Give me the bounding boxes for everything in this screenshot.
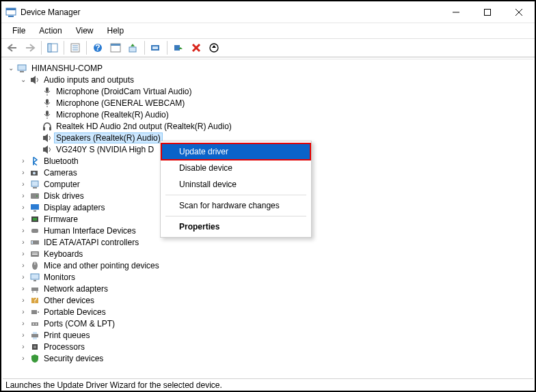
category-item[interactable]: ›IDE ATA/ATAPI controllers bbox=[4, 236, 532, 248]
svg-rect-1 bbox=[6, 8, 16, 10]
category-icon bbox=[29, 260, 40, 271]
action-list-button[interactable] bbox=[107, 40, 124, 56]
expand-icon[interactable]: › bbox=[19, 354, 27, 362]
minimize-button[interactable] bbox=[440, 2, 472, 23]
expand-icon[interactable]: › bbox=[19, 204, 27, 211]
svg-point-63 bbox=[36, 323, 37, 324]
expand-icon[interactable]: › bbox=[19, 250, 27, 257]
context-update-driver[interactable]: Update driver bbox=[161, 143, 310, 160]
category-item[interactable]: ›Processors bbox=[4, 341, 532, 352]
category-label: Mice and other pointing devices bbox=[42, 261, 161, 270]
category-icon bbox=[29, 353, 40, 364]
category-icon bbox=[29, 167, 40, 178]
add-legacy-hardware-button[interactable] bbox=[206, 40, 222, 56]
category-label: Firmware bbox=[42, 214, 79, 224]
device-icon bbox=[42, 109, 53, 120]
update-driver-button[interactable] bbox=[125, 40, 142, 56]
expand-icon[interactable]: › bbox=[19, 180, 27, 188]
category-label: IDE ATA/ATAPI controllers bbox=[42, 238, 140, 247]
category-label: Cameras bbox=[42, 168, 79, 178]
expand-icon[interactable]: › bbox=[19, 169, 27, 176]
toolbar-separator bbox=[167, 41, 168, 55]
expand-icon[interactable]: › bbox=[19, 331, 27, 339]
svg-rect-38 bbox=[31, 193, 39, 199]
menu-help[interactable]: Help bbox=[102, 25, 130, 37]
toolbar-separator bbox=[86, 41, 87, 55]
svg-rect-65 bbox=[33, 332, 37, 334]
category-icon bbox=[29, 156, 40, 167]
menu-file[interactable]: File bbox=[7, 25, 31, 37]
menu-view[interactable]: View bbox=[70, 25, 99, 37]
context-disable-device[interactable]: Disable device bbox=[161, 160, 310, 176]
context-uninstall-device[interactable]: Uninstall device bbox=[161, 176, 310, 193]
collapse-icon[interactable]: ⌄ bbox=[19, 76, 27, 83]
collapse-icon[interactable]: ⌄ bbox=[7, 64, 15, 72]
expand-icon[interactable]: › bbox=[19, 262, 27, 269]
expand-icon[interactable]: › bbox=[19, 273, 27, 281]
device-item[interactable]: Microphone (Realtek(R) Audio) bbox=[4, 109, 532, 120]
tree-root[interactable]: ⌄ HIMANSHU-COMP bbox=[4, 62, 532, 74]
expand-icon[interactable]: › bbox=[19, 320, 27, 327]
status-bar: Launches the Update Driver Wizard for th… bbox=[3, 378, 533, 391]
device-item[interactable]: Microphone (GENERAL WEBCAM) bbox=[4, 97, 532, 109]
category-item[interactable]: ›Print queues bbox=[4, 329, 532, 341]
device-label: Microphone (Realtek(R) Audio) bbox=[55, 110, 170, 120]
window-controls bbox=[440, 2, 535, 23]
category-label: Display adapters bbox=[42, 203, 106, 212]
forward-button[interactable] bbox=[22, 40, 38, 56]
menu-action[interactable]: Action bbox=[34, 25, 67, 37]
expand-icon[interactable]: › bbox=[19, 308, 27, 316]
svg-rect-59 bbox=[31, 310, 37, 314]
context-item-label: Update driver bbox=[179, 147, 228, 156]
expand-icon[interactable]: › bbox=[19, 238, 27, 246]
category-audio[interactable]: ⌄ Audio inputs and outputs bbox=[4, 74, 532, 85]
context-item-label: Properties bbox=[179, 222, 219, 232]
category-icon bbox=[29, 191, 40, 201]
category-item[interactable]: ›Ports (COM & LPT) bbox=[4, 318, 532, 329]
disable-device-button[interactable] bbox=[170, 40, 187, 56]
show-hide-console-tree-button[interactable] bbox=[44, 40, 61, 56]
device-item[interactable]: Realtek HD Audio 2nd output (Realtek(R) … bbox=[4, 120, 532, 132]
svg-rect-4 bbox=[485, 9, 491, 15]
category-item[interactable]: ›Portable Devices bbox=[4, 306, 532, 318]
category-label: Keyboards bbox=[42, 249, 84, 259]
expand-icon[interactable]: › bbox=[19, 296, 27, 304]
category-item[interactable]: ›Keyboards bbox=[4, 248, 532, 260]
close-button[interactable] bbox=[503, 2, 535, 23]
computer-icon bbox=[17, 63, 28, 74]
maximize-button[interactable] bbox=[472, 2, 503, 23]
help-button[interactable]: ? bbox=[90, 40, 106, 56]
expand-icon[interactable]: › bbox=[19, 192, 27, 199]
status-text: Launches the Update Driver Wizard for th… bbox=[5, 380, 222, 390]
context-scan-hardware[interactable]: Scan for hardware changes bbox=[161, 197, 310, 214]
category-label: Print queues bbox=[42, 331, 91, 340]
expand-icon[interactable]: › bbox=[19, 215, 27, 223]
properties-button[interactable] bbox=[67, 40, 83, 56]
category-icon bbox=[29, 330, 40, 341]
device-item[interactable]: Microphone (DroidCam Virtual Audio) bbox=[4, 85, 532, 97]
category-icon bbox=[29, 341, 40, 352]
scan-hardware-button[interactable] bbox=[148, 40, 164, 56]
device-icon bbox=[42, 144, 53, 155]
expand-icon[interactable]: › bbox=[19, 285, 27, 292]
device-label: Realtek HD Audio 2nd output (Realtek(R) … bbox=[55, 122, 233, 131]
context-properties[interactable]: Properties bbox=[161, 219, 310, 235]
svg-rect-68 bbox=[34, 346, 36, 348]
category-item[interactable]: ›?Other devices bbox=[4, 294, 532, 306]
uninstall-device-button[interactable] bbox=[188, 40, 204, 56]
svg-rect-60 bbox=[38, 311, 39, 313]
category-item[interactable]: ›Network adapters bbox=[4, 283, 532, 294]
back-button[interactable] bbox=[4, 40, 21, 56]
category-item[interactable]: ›Monitors bbox=[4, 271, 532, 283]
category-icon bbox=[29, 179, 40, 190]
expand-icon[interactable]: › bbox=[19, 227, 27, 234]
expand-icon[interactable]: › bbox=[19, 343, 27, 350]
category-label: Processors bbox=[42, 342, 86, 352]
device-label: Microphone (GENERAL WEBCAM) bbox=[55, 98, 186, 108]
category-label: Human Interface Devices bbox=[42, 226, 137, 236]
category-item[interactable]: ›Security devices bbox=[4, 352, 532, 364]
expand-icon[interactable]: › bbox=[19, 157, 27, 165]
category-item[interactable]: ›Mice and other pointing devices bbox=[4, 260, 532, 271]
svg-point-35 bbox=[33, 171, 36, 174]
svg-rect-43 bbox=[33, 218, 37, 221]
